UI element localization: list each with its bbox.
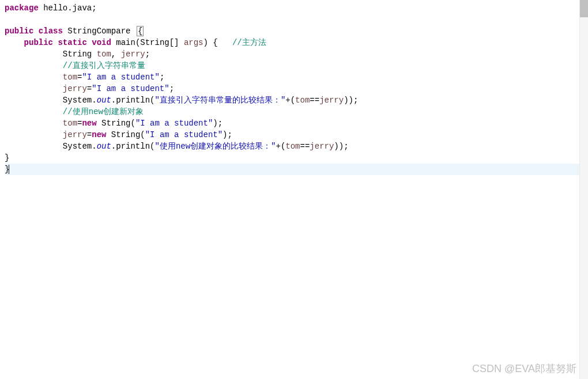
type-name: String <box>63 50 97 59</box>
out-field: out <box>97 142 111 151</box>
string-literal: "I am a student" <box>82 73 159 82</box>
code-line: tom="I am a student"; <box>5 71 583 83</box>
string-literal: "直接引入字符串常量的比较结果：" <box>154 96 285 105</box>
string-literal: "I am a student" <box>92 84 169 93</box>
code-line-blank <box>5 14 583 25</box>
var-jerry: jerry <box>63 84 87 93</box>
keyword-package: package <box>5 3 39 13</box>
keyword-class: class <box>39 26 63 36</box>
method-call: .println( <box>111 142 155 151</box>
keyword-static: static <box>58 38 86 47</box>
type-name: String( <box>106 130 145 139</box>
code-line: tom=new String("I am a student"); <box>5 118 583 129</box>
close-brace: } <box>5 153 9 162</box>
vertical-scrollbar[interactable] <box>579 0 588 379</box>
code-line-current: } <box>5 164 583 175</box>
comment: //主方法 <box>232 38 266 47</box>
code-line: } <box>5 152 583 164</box>
comment: //直接引入字符串常量 <box>63 61 145 70</box>
keyword-void: void <box>92 38 111 47</box>
code-line: System.out.println("使用new创建对象的比较结果："+(to… <box>5 141 583 152</box>
system-ref: System. <box>63 142 97 151</box>
string-literal: "I am a student" <box>135 119 213 128</box>
params-open: (String[] <box>135 38 184 47</box>
code-text: hello.java; <box>39 3 97 13</box>
code-line: //直接引入字符串常量 <box>5 60 583 71</box>
code-line: jerry="I am a student"; <box>5 83 583 94</box>
var-tom: tom <box>295 96 310 105</box>
string-literal: "使用new创建对象的比较结果：" <box>154 142 276 151</box>
method-name: main <box>111 38 135 47</box>
var-tom: tom <box>63 119 77 128</box>
code-line: public class StringCompare { <box>5 25 583 37</box>
code-line: String tom, jerry; <box>5 48 583 60</box>
keyword-new: new <box>82 119 96 128</box>
keyword-public: public <box>24 38 53 47</box>
param-name: args <box>184 38 203 47</box>
var-jerry: jerry <box>319 96 344 105</box>
comment: //使用new创建新对象 <box>63 107 144 116</box>
code-line: //使用new创建新对象 <box>5 106 583 118</box>
open-brace-icon: { <box>137 26 144 36</box>
code-line: jerry=new String("I am a student"); <box>5 129 583 141</box>
code-line: public static void main(String[] args) {… <box>5 37 583 48</box>
method-call: .println( <box>111 96 155 105</box>
code-editor[interactable]: package hello.java; public class StringC… <box>0 0 588 379</box>
system-ref: System. <box>63 96 97 105</box>
class-name: StringCompare <box>63 26 135 36</box>
var-jerry: jerry <box>121 50 145 59</box>
keyword-public: public <box>5 26 33 36</box>
var-tom: tom <box>285 142 300 151</box>
var-jerry: jerry <box>310 142 334 151</box>
string-literal: "I am a student" <box>145 130 223 139</box>
code-line: System.out.println("直接引入字符串常量的比较结果："+(to… <box>5 94 583 106</box>
scrollbar-thumb[interactable] <box>580 0 588 17</box>
text-cursor-icon <box>9 165 9 174</box>
var-jerry: jerry <box>63 130 87 139</box>
params-close: ) { <box>203 38 232 47</box>
var-tom: tom <box>63 73 77 82</box>
type-name: String( <box>97 119 135 128</box>
keyword-new: new <box>92 130 106 139</box>
code-line: package hello.java; <box>5 2 583 14</box>
out-field: out <box>97 96 111 105</box>
var-tom: tom <box>97 50 111 59</box>
